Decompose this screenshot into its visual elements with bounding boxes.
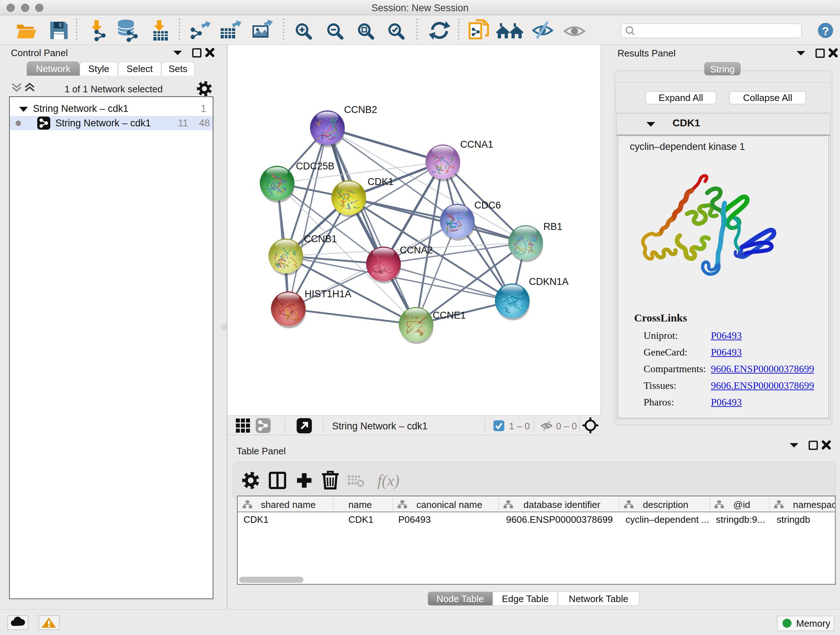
- svg-text:0 – 0: 0 – 0: [556, 421, 577, 432]
- svg-text:CDKN1A: CDKN1A: [529, 276, 569, 287]
- svg-text:f(x): f(x): [377, 472, 399, 489]
- svg-text:1 – 0: 1 – 0: [509, 421, 530, 432]
- svg-text:database identifier: database identifier: [523, 499, 600, 510]
- svg-text:CDK1: CDK1: [368, 176, 393, 187]
- svg-text:description: description: [643, 499, 688, 510]
- svg-text:HIST1H1A: HIST1H1A: [305, 288, 351, 299]
- svg-text:CCNA1: CCNA1: [460, 139, 493, 150]
- svg-text:CDC25B: CDC25B: [296, 161, 335, 172]
- svg-text:String Network – cdk1: String Network – cdk1: [332, 421, 428, 432]
- svg-text:name: name: [348, 499, 372, 510]
- svg-text:CDC6: CDC6: [474, 200, 501, 211]
- svg-text:RB1: RB1: [543, 221, 562, 232]
- svg-text:@id: @id: [733, 499, 750, 510]
- svg-text:namespac: namespac: [793, 499, 835, 510]
- svg-text:CCNE1: CCNE1: [433, 310, 466, 321]
- svg-text:?: ?: [822, 25, 829, 38]
- svg-text:shared name: shared name: [261, 499, 316, 510]
- svg-text:CCNA2: CCNA2: [400, 245, 433, 256]
- svg-text:CCNB1: CCNB1: [304, 233, 337, 244]
- svg-text:CCNB2: CCNB2: [344, 104, 377, 115]
- svg-text:canonical name: canonical name: [416, 499, 482, 510]
